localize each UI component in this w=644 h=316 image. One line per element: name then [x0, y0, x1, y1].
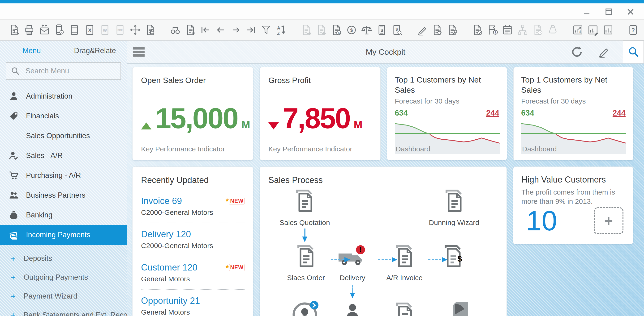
navprev-icon[interactable] [214, 24, 227, 36]
expand-plus-icon[interactable]: + [11, 292, 19, 301]
sidebar-item[interactable]: Sales - A/R [0, 146, 127, 165]
scales-icon[interactable] [360, 24, 373, 36]
binoculars-icon[interactable] [169, 24, 182, 36]
sidebar-sub-item[interactable]: + Deposits [0, 249, 127, 268]
docclock-icon[interactable] [532, 24, 544, 36]
chart-start-value: 634 [521, 109, 534, 117]
widget-recently-updated[interactable]: Recently Updated Invoice 69 *NEW C2000-G… [132, 166, 253, 316]
process-node-customer[interactable] [280, 300, 332, 316]
sidebar-item[interactable]: Incoming Payments [0, 225, 127, 245]
doccheck-icon[interactable] [471, 24, 483, 36]
sortaz-icon[interactable] [275, 24, 287, 36]
refresh-icon[interactable] [570, 45, 584, 59]
sidebar-sub-item[interactable]: + Outgoing Payments [0, 268, 127, 287]
calendar-icon[interactable] [501, 24, 514, 36]
expand-plus-icon[interactable]: + [11, 311, 19, 316]
docgear-icon[interactable] [431, 24, 443, 36]
book-icon[interactable] [68, 24, 81, 36]
pan-icon[interactable] [129, 24, 141, 36]
document-link[interactable]: Customer 120 [141, 263, 198, 273]
widget-sales-process[interactable]: Sales Process Sales Quotation Dunning Wi… [260, 166, 507, 316]
edit-pencil-icon[interactable] [596, 45, 610, 59]
envelopearrows-icon[interactable] [38, 24, 50, 36]
list-item[interactable]: Customer 120 *NEW General Motors [141, 263, 244, 290]
docsearch-icon[interactable] [8, 24, 20, 36]
process-node-sales-order[interactable]: Slaes Order [280, 245, 332, 282]
doccoin-icon[interactable] [330, 24, 342, 36]
svg-text:$: $ [458, 254, 462, 263]
chartpencil-icon[interactable] [587, 24, 599, 36]
list-item[interactable]: Invoice 69 *NEW C2000-General Motors [141, 196, 244, 223]
tab-menu[interactable]: Menu [0, 46, 63, 55]
question-icon[interactable] [627, 24, 639, 36]
widget-title: Gross Profit [268, 76, 372, 85]
widget-title: Top 1 Customers by Net Sales [521, 75, 620, 95]
add-widget-button[interactable]: + [594, 207, 624, 234]
navfirst-icon[interactable] [200, 24, 212, 36]
docusdsearch-icon[interactable] [391, 24, 403, 36]
expand-plus-icon[interactable]: + [11, 273, 19, 282]
printer-icon[interactable] [23, 24, 36, 36]
chart-icon[interactable] [602, 24, 614, 36]
widget-top-customers-1[interactable]: Top 1 Customers by Net Sales Forecast fo… [387, 67, 507, 160]
org-icon[interactable] [516, 24, 529, 36]
search-input[interactable] [25, 66, 116, 75]
flagwarn-icon[interactable] [486, 24, 498, 36]
pouch-icon[interactable] [547, 24, 559, 36]
docin-icon[interactable] [315, 24, 328, 36]
process-node-document[interactable] [378, 302, 430, 316]
doclock-icon[interactable] [144, 24, 156, 36]
expand-plus-icon[interactable]: + [11, 254, 19, 263]
sidebar-item[interactable]: Sales Opportunities [0, 126, 127, 146]
process-node-ar-invoice[interactable]: A/R Invoice [378, 245, 430, 282]
process-node-incoming-payment[interactable]: $ [428, 245, 480, 271]
widget-open-sales-order[interactable]: Open Sales Order 15,000 M Key Performanc… [132, 67, 253, 160]
tag-icon [8, 111, 19, 121]
truck-icon: ! [337, 245, 368, 271]
sidebar-item[interactable]: Purchasing - A/R [0, 165, 127, 185]
coin-icon[interactable] [346, 24, 358, 36]
widget-gross-profit[interactable]: Gross Profit 7,850 M Key Performance Ind… [260, 67, 380, 160]
chartusd-icon[interactable] [572, 24, 584, 36]
navnext-icon[interactable] [230, 24, 242, 36]
cockpit-search-button[interactable] [623, 41, 644, 63]
excel-icon[interactable] [84, 24, 96, 36]
widget-high-value-customers[interactable]: High Value Customers The profit comes fr… [513, 166, 633, 244]
document-link[interactable]: Opportunity 21 [141, 296, 200, 306]
process-node-report[interactable] [428, 302, 480, 316]
tab-drag-relate[interactable]: Drag&Relate [63, 46, 127, 55]
close-button[interactable] [626, 8, 634, 16]
sidebar-item[interactable]: Business Partners [0, 185, 127, 205]
pdf-icon[interactable] [114, 24, 126, 36]
sidebar-sub-item[interactable]: + Bank Statements and Ext. Reco [0, 306, 127, 316]
widget-footer: Dashboard [522, 145, 557, 153]
docwrench-icon[interactable] [446, 24, 458, 36]
word-icon[interactable] [99, 24, 111, 36]
document-link[interactable]: Delivery 120 [141, 229, 191, 239]
pencil-icon[interactable] [416, 24, 428, 36]
funnel-icon[interactable] [260, 24, 272, 36]
person-desk-icon [342, 302, 363, 316]
minimize-button[interactable] [583, 8, 591, 16]
process-node-sales-employee[interactable] [326, 302, 378, 316]
docusd-icon[interactable] [376, 24, 388, 36]
document-link[interactable]: Invoice 69 [141, 196, 182, 206]
sidebar-item[interactable]: $ Banking [0, 205, 127, 225]
sidebar-sub-item[interactable]: + Payment Wizard [0, 287, 127, 306]
sidebar-item[interactable]: Administration [0, 86, 127, 106]
widget-subtitle: Forecast for 30 days [521, 97, 626, 105]
maximize-button[interactable] [605, 8, 613, 16]
chart-end-value[interactable]: 244 [486, 109, 499, 117]
process-node-sales-quotation[interactable]: Sales Quotation [279, 189, 331, 227]
list-item[interactable]: Delivery 120 *NEW C2000-General Motors [141, 229, 244, 256]
navlast-icon[interactable] [245, 24, 257, 36]
list-item[interactable]: Opportunity 21 *NEW General Motors [141, 296, 244, 316]
chart-end-value[interactable]: 244 [612, 109, 626, 117]
docadd-icon[interactable] [184, 24, 196, 36]
process-node-dunning-wizard[interactable]: Dunning Wizard [428, 189, 480, 227]
docout-icon[interactable] [300, 24, 312, 36]
widget-top-customers-2[interactable]: Top 1 Customers by Net Sales Forecast fo… [513, 67, 633, 160]
sidebar-item[interactable]: Financials [0, 106, 127, 126]
process-node-delivery[interactable]: ! Delivery [326, 245, 378, 282]
phonechat-icon[interactable] [54, 24, 66, 36]
